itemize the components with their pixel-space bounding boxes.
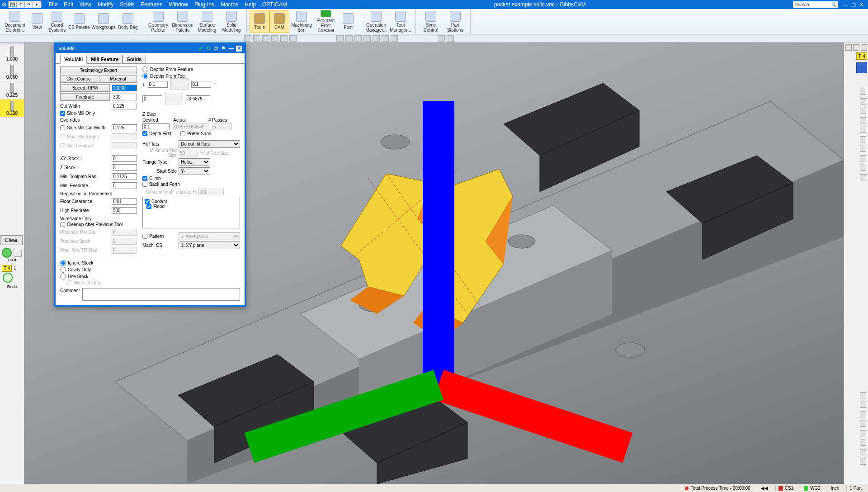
speed-rpm-input[interactable]: [112, 85, 137, 91]
tb-btn[interactable]: [262, 35, 269, 42]
ribbon-surface-modeling[interactable]: Surface Modeling: [195, 10, 219, 33]
ribbon-document-control[interactable]: Document Control...: [3, 10, 27, 33]
ribbon-cs-palette[interactable]: CS Palette: [67, 10, 91, 33]
side-btn[interactable]: [860, 174, 866, 180]
side-mill-cw-check[interactable]: [60, 125, 65, 130]
side-btn[interactable]: [860, 459, 866, 465]
tb-btn[interactable]: [438, 35, 445, 42]
xy-stock-input[interactable]: [112, 155, 137, 162]
tool-slot-4[interactable]: 0.250: [0, 99, 24, 118]
menu-window[interactable]: Window: [169, 1, 188, 8]
ribbon-machining-sim[interactable]: Machining Sim: [289, 10, 314, 33]
maximize-icon[interactable]: ▢: [851, 2, 856, 8]
ribbon-coord[interactable]: Coord Systems: [47, 10, 67, 33]
tb-btn[interactable]: [373, 35, 380, 42]
redo-icon[interactable]: [3, 273, 13, 283]
tb-btn[interactable]: [280, 35, 288, 42]
menu-solids[interactable]: Solids: [120, 1, 135, 8]
tb-btn[interactable]: [363, 35, 371, 42]
pin-icon[interactable]: ⚑: [221, 46, 226, 52]
flood-check[interactable]: [146, 204, 151, 209]
side-btn[interactable]: [860, 165, 866, 171]
minimize-icon[interactable]: —: [843, 2, 848, 8]
depths-feature-radio[interactable]: [142, 66, 148, 72]
desired-input[interactable]: [142, 123, 170, 130]
ribbon-tool-manager[interactable]: Tool Manager...: [388, 10, 413, 33]
ribbon-solid-modeling[interactable]: Solid Modeling: [219, 10, 244, 33]
save-icon[interactable]: 💾: [9, 1, 17, 8]
qat-dropdown-icon[interactable]: ▾: [33, 1, 41, 8]
tool-slot-1[interactable]: 1.000: [0, 45, 24, 63]
unit-label[interactable]: inch: [828, 486, 842, 491]
tool-icon[interactable]: [856, 62, 867, 73]
hit-flats-select[interactable]: Do not hit flats: [179, 140, 240, 148]
side-mill-cw-input[interactable]: [112, 124, 137, 131]
tab-mill-feature[interactable]: Mill Feature: [87, 55, 123, 63]
rewind-button[interactable]: ◀◀: [758, 486, 771, 491]
side-btn[interactable]: [860, 421, 866, 427]
tb-btn[interactable]: [391, 35, 398, 42]
z-stock-input[interactable]: [112, 164, 137, 171]
depth1-input[interactable]: [148, 81, 168, 88]
side-btn[interactable]: [860, 411, 866, 417]
ribbon-error-checker[interactable]: Program Error Checker: [314, 10, 338, 33]
start-side-select[interactable]: Y-: [179, 167, 210, 175]
tb-btn[interactable]: [447, 35, 454, 42]
tab-volumill[interactable]: VoluMill: [60, 55, 87, 64]
undo-icon[interactable]: ↶: [17, 1, 25, 8]
side-btn[interactable]: [860, 402, 866, 408]
min-feedrate-input[interactable]: [112, 182, 137, 189]
tb-btn[interactable]: [271, 35, 278, 42]
pattern-check[interactable]: [142, 234, 147, 239]
menu-file[interactable]: File: [49, 1, 57, 8]
tool-slot-2[interactable]: 0.060: [0, 63, 24, 81]
menu-modify[interactable]: Modify: [98, 1, 113, 8]
minimize-dialog-icon[interactable]: —: [228, 46, 234, 52]
ribbon-workgroups[interactable]: Workgroups: [91, 10, 116, 33]
side-btn[interactable]: [860, 136, 866, 142]
side-btn[interactable]: [860, 392, 866, 398]
close-icon[interactable]: ✕: [859, 2, 863, 8]
coolant-check[interactable]: [145, 199, 150, 204]
mach-cs-select[interactable]: 1: XY plane: [179, 241, 240, 249]
comment-textarea[interactable]: [82, 288, 240, 301]
ribbon-tools[interactable]: Tools: [250, 10, 269, 33]
tb-btn[interactable]: [289, 35, 297, 42]
clear-button[interactable]: Clear: [0, 235, 23, 245]
tb-btn[interactable]: [382, 35, 389, 42]
ribbon-dimension-palette[interactable]: Dimension Palette: [170, 10, 195, 33]
op-btn[interactable]: [14, 249, 22, 257]
prefer-subs-check[interactable]: [180, 131, 185, 136]
depth-first-check[interactable]: [142, 131, 147, 136]
tool-slot-3[interactable]: 0.125: [0, 81, 24, 99]
apply-icon[interactable]: ✔: [198, 46, 203, 52]
menu-view[interactable]: View: [80, 1, 91, 8]
copy-icon[interactable]: ⧉: [213, 46, 219, 52]
feedrate-button[interactable]: Feedrate: [60, 93, 110, 101]
high-feedrate-input[interactable]: [112, 207, 137, 214]
menu-edit[interactable]: Edit: [64, 1, 73, 8]
menu-macros[interactable]: Macros: [221, 1, 238, 8]
climb-check[interactable]: [142, 176, 147, 181]
depth4-input[interactable]: [186, 95, 210, 102]
view-btn[interactable]: [853, 44, 859, 51]
view-btn[interactable]: [845, 44, 852, 51]
depth2-input[interactable]: [191, 81, 211, 88]
ribbon-post[interactable]: Post: [338, 10, 358, 33]
refresh-icon[interactable]: ↻: [205, 46, 211, 52]
menu-features[interactable]: Features: [141, 1, 162, 8]
tb-btn[interactable]: [354, 35, 362, 42]
ignore-stock-radio[interactable]: [60, 260, 66, 266]
cavity-only-radio[interactable]: [60, 267, 66, 273]
back-forth-check[interactable]: [142, 182, 147, 187]
side-btn[interactable]: [860, 146, 866, 152]
menu-plugins[interactable]: Plug-Ins: [194, 1, 214, 8]
side-btn[interactable]: [860, 127, 866, 133]
ribbon-sync-control[interactable]: Sync Control: [419, 10, 443, 33]
speed-rpm-button[interactable]: Speed: RPM: [60, 84, 110, 92]
tb-btn[interactable]: [253, 35, 260, 42]
quick-access-toolbar[interactable]: 💾 ↶ ↷ ▾: [8, 1, 42, 8]
cut-width-input[interactable]: [112, 103, 137, 109]
search-box[interactable]: Search🔍: [793, 1, 838, 8]
depth3-input[interactable]: [142, 95, 162, 102]
